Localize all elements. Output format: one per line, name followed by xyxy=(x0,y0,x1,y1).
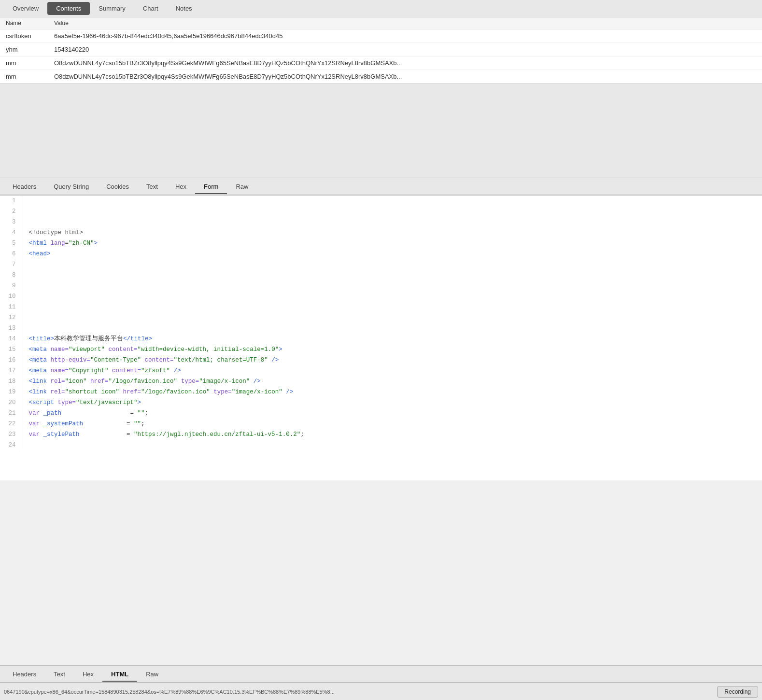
code-row: 10 xyxy=(0,291,762,302)
line-number: 15 xyxy=(0,344,22,355)
code-row: 4 <!doctype html> xyxy=(0,227,762,238)
line-number: 7 xyxy=(0,259,22,270)
line-content xyxy=(22,280,762,291)
code-row: 15 <meta name="viewport" content="width=… xyxy=(0,344,762,355)
code-row: 19 <link rel="shortcut icon" href="/logo… xyxy=(0,387,762,397)
line-content: <head> xyxy=(22,249,762,259)
row-name: mm xyxy=(0,56,48,70)
code-row: 24 xyxy=(0,440,762,450)
line-number: 24 xyxy=(0,440,22,450)
status-text: 0647190&cputype=x86_64&occurTime=1584890… xyxy=(4,689,335,695)
table-row: mm O8dzwDUNNL4y7cso15bTBZr3O8yllpqy4Ss9G… xyxy=(0,56,762,70)
line-number: 13 xyxy=(0,323,22,334)
data-table: Name Value csrftoken 6aa5ef5e-1966-46dc-… xyxy=(0,17,762,84)
line-content: var _stylePath = "https://jwgl.njtech.ed… xyxy=(22,429,762,440)
status-bar: 0647190&cputype=x86_64&occurTime=1584890… xyxy=(0,683,762,700)
code-table: 1 2 3 4 <!doctype html> 5 <html lang="zh… xyxy=(0,196,762,450)
code-row: 7 xyxy=(0,259,762,270)
line-content xyxy=(22,196,762,206)
line-number: 11 xyxy=(0,302,22,312)
table-row: csrftoken 6aa5ef5e-1966-46dc-967b-844edc… xyxy=(0,29,762,43)
line-content: <meta name="viewport" content="width=dev… xyxy=(22,344,762,355)
tab-summary[interactable]: Summary xyxy=(90,2,134,15)
table-row: mm O8dzwDUNNL4y7cso15bTBZr3O8yllpqy4Ss9G… xyxy=(0,70,762,84)
line-content: <title>本科教学管理与服务平台</title> xyxy=(22,334,762,344)
row-value: O8dzwDUNNL4y7cso15bTBZr3O8yllpqy4Ss9GekM… xyxy=(48,70,762,84)
row-value: 6aa5ef5e-1966-46dc-967b-844edc340d45,6aa… xyxy=(48,29,762,43)
code-viewer: 1 2 3 4 <!doctype html> 5 <html lang="zh… xyxy=(0,196,762,480)
mid-tab-hex[interactable]: Hex xyxy=(167,180,195,194)
mid-tab-text[interactable]: Text xyxy=(138,180,167,194)
col-value: Value xyxy=(48,17,762,29)
mid-tab-bar: Headers Query String Cookies Text Hex Fo… xyxy=(0,178,762,196)
row-value: 1543140220 xyxy=(48,43,762,56)
line-number: 16 xyxy=(0,355,22,365)
line-number: 4 xyxy=(0,227,22,238)
line-content xyxy=(22,206,762,217)
recording-button[interactable]: Recording xyxy=(717,686,758,698)
row-value: O8dzwDUNNL4y7cso15bTBZr3O8yllpqy4Ss9GekM… xyxy=(48,56,762,70)
line-number: 21 xyxy=(0,408,22,419)
code-row: 14 <title>本科教学管理与服务平台</title> xyxy=(0,334,762,344)
col-name: Name xyxy=(0,17,48,29)
line-content xyxy=(22,217,762,227)
line-number: 5 xyxy=(0,238,22,249)
bottom-tab-headers[interactable]: Headers xyxy=(4,668,45,682)
bottom-tab-text[interactable]: Text xyxy=(45,668,74,682)
code-row: 12 xyxy=(0,312,762,323)
line-content: <meta name="Copyright" content="zfsoft" … xyxy=(22,365,762,376)
mid-tab-querystring[interactable]: Query String xyxy=(45,180,98,194)
line-content xyxy=(22,323,762,334)
line-content xyxy=(22,312,762,323)
line-number: 19 xyxy=(0,387,22,397)
row-name: csrftoken xyxy=(0,29,48,43)
line-content: <link rel="icon" href="/logo/favicon.ico… xyxy=(22,376,762,387)
line-number: 22 xyxy=(0,419,22,429)
line-content xyxy=(22,302,762,312)
gray-spacer xyxy=(0,84,762,178)
top-tab-bar: Overview Contents Summary Chart Notes xyxy=(0,0,762,17)
line-number: 10 xyxy=(0,291,22,302)
tab-overview[interactable]: Overview xyxy=(4,2,47,15)
line-content: <link rel="shortcut icon" href="/logo/fa… xyxy=(22,387,762,397)
code-row: 23 var _stylePath = "https://jwgl.njtech… xyxy=(0,429,762,440)
upper-section: Name Value csrftoken 6aa5ef5e-1966-46dc-… xyxy=(0,17,762,84)
code-row: 8 xyxy=(0,270,762,280)
line-number: 6 xyxy=(0,249,22,259)
bottom-tab-html[interactable]: HTML xyxy=(102,668,137,682)
code-row: 17 <meta name="Copyright" content="zfsof… xyxy=(0,365,762,376)
line-content: var _systemPath = ""; xyxy=(22,419,762,429)
code-row: 13 xyxy=(0,323,762,334)
bottom-tab-bar: Headers Text Hex HTML Raw xyxy=(0,665,762,683)
line-number: 18 xyxy=(0,376,22,387)
tab-notes[interactable]: Notes xyxy=(167,2,201,15)
line-number: 23 xyxy=(0,429,22,440)
code-row: 3 xyxy=(0,217,762,227)
code-row: 2 xyxy=(0,206,762,217)
line-content: <meta http-equiv="Content-Type" content=… xyxy=(22,355,762,365)
table-row: yhm 1543140220 xyxy=(0,43,762,56)
mid-tab-headers[interactable]: Headers xyxy=(4,180,45,194)
mid-tab-cookies[interactable]: Cookies xyxy=(98,180,138,194)
bottom-tab-hex[interactable]: Hex xyxy=(74,668,102,682)
line-number: 8 xyxy=(0,270,22,280)
row-name: mm xyxy=(0,70,48,84)
line-number: 2 xyxy=(0,206,22,217)
code-row: 6 <head> xyxy=(0,249,762,259)
line-content xyxy=(22,440,762,450)
mid-tab-form[interactable]: Form xyxy=(195,180,227,194)
code-row: 9 xyxy=(0,280,762,291)
tab-contents[interactable]: Contents xyxy=(47,2,90,15)
line-content: <html lang="zh-CN"> xyxy=(22,238,762,249)
line-number: 20 xyxy=(0,397,22,408)
line-content xyxy=(22,259,762,270)
line-number: 14 xyxy=(0,334,22,344)
line-content: <!doctype html> xyxy=(22,227,762,238)
mid-tab-raw[interactable]: Raw xyxy=(227,180,257,194)
line-number: 17 xyxy=(0,365,22,376)
line-number: 1 xyxy=(0,196,22,206)
code-row: 1 xyxy=(0,196,762,206)
code-row: 5 <html lang="zh-CN"> xyxy=(0,238,762,249)
bottom-tab-raw[interactable]: Raw xyxy=(137,668,167,682)
tab-chart[interactable]: Chart xyxy=(134,2,167,15)
